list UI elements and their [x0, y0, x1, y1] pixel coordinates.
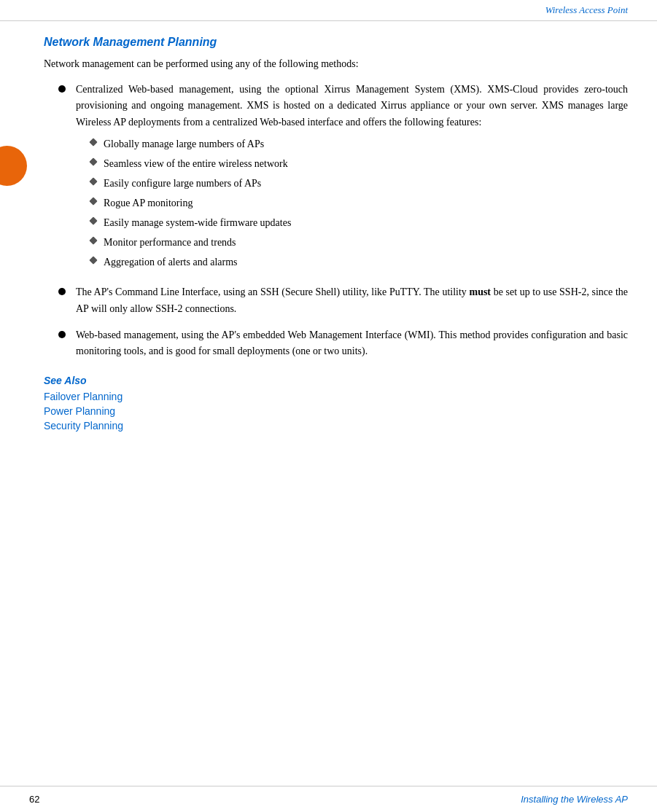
footer-section-title: Installing the Wireless AP — [521, 794, 628, 805]
sub-item-text: Rogue AP monitoring — [104, 195, 628, 211]
bullet-circle-2 — [58, 288, 66, 295]
sub-item-text: Monitor performance and trends — [104, 235, 628, 250]
list-item: Web-based management, using the AP's emb… — [44, 327, 628, 360]
sub-item-text: Easily configure large numbers of APs — [104, 176, 628, 191]
page-footer: 62 Installing the Wireless AP — [0, 786, 657, 812]
section-heading: Network Management Planning — [44, 36, 628, 49]
sub-item-text: Seamless view of the entire wireless net… — [104, 156, 628, 171]
bullet-circle-1 — [58, 85, 66, 93]
sub-item-text: Aggregation of alerts and alarms — [104, 254, 628, 270]
list-item: Seamless view of the entire wireless net… — [76, 156, 628, 171]
main-bullet-list: Centralized Web-based management, using … — [44, 82, 628, 360]
see-also-link-failover[interactable]: Failover Planning — [44, 391, 628, 402]
list-item: Monitor performance and trends — [76, 235, 628, 250]
sub-bullet-list-1: Globally manage large numbers of APs Sea… — [76, 136, 628, 270]
page-header: Wireless Access Point — [0, 0, 657, 21]
list-item: Globally manage large numbers of APs — [76, 136, 628, 152]
list-item-1-content: Centralized Web-based management, using … — [76, 82, 628, 274]
bullet-diamond — [89, 178, 97, 186]
list-item-2-content: The AP's Command Line Interface, using a… — [76, 284, 628, 317]
see-also-section: See Also Failover Planning Power Plannin… — [44, 375, 628, 432]
bullet-diamond — [89, 158, 97, 166]
list-item-3-text: Web-based management, using the AP's emb… — [76, 329, 628, 356]
bullet-circle-3 — [58, 331, 66, 338]
bullet-diamond — [89, 138, 97, 147]
list-item-3-content: Web-based management, using the AP's emb… — [76, 327, 628, 360]
bullet-diamond — [89, 217, 97, 225]
page-container: Wireless Access Point Network Management… — [0, 0, 657, 812]
see-also-title: See Also — [44, 375, 628, 386]
see-also-link-power[interactable]: Power Planning — [44, 405, 628, 417]
bullet-diamond — [89, 237, 97, 245]
list-item-2-text: The AP's Command Line Interface, using a… — [76, 286, 628, 313]
list-item: Rogue AP monitoring — [76, 195, 628, 211]
list-item: Easily manage system-wide firmware updat… — [76, 215, 628, 230]
sub-item-text: Globally manage large numbers of APs — [104, 136, 628, 152]
sub-item-text: Easily manage system-wide firmware updat… — [104, 215, 628, 230]
bold-must: must — [469, 286, 491, 297]
bullet-diamond — [89, 198, 97, 206]
intro-text: Network management can be performed usin… — [44, 56, 628, 71]
footer-page-number: 62 — [29, 794, 39, 805]
list-item: The AP's Command Line Interface, using a… — [44, 284, 628, 317]
list-item-1-text: Centralized Web-based management, using … — [76, 84, 628, 128]
bullet-diamond — [89, 257, 97, 265]
header-title: Wireless Access Point — [545, 4, 628, 16]
list-item: Centralized Web-based management, using … — [44, 82, 628, 274]
see-also-link-security[interactable]: Security Planning — [44, 420, 628, 432]
list-item: Easily configure large numbers of APs — [76, 176, 628, 191]
list-item: Aggregation of alerts and alarms — [76, 254, 628, 270]
main-content: Network Management Planning Network mana… — [0, 21, 657, 449]
